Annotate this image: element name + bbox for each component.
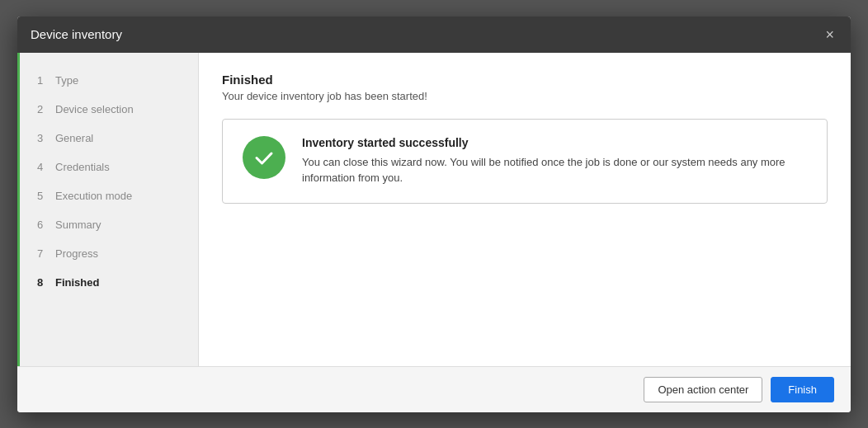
success-title: Inventory started successfully bbox=[302, 136, 807, 149]
step-number: 1 bbox=[37, 74, 49, 87]
sidebar-item-execution-mode[interactable]: 5Execution mode bbox=[17, 181, 198, 210]
step-number: 3 bbox=[37, 132, 49, 144]
step-number: 8 bbox=[37, 276, 49, 289]
dialog-footer: Open action center Finish bbox=[17, 366, 851, 412]
success-body: You can close this wizard now. You will … bbox=[302, 154, 807, 186]
step-label: General bbox=[55, 132, 93, 144]
checkmark-icon bbox=[252, 146, 276, 169]
sidebar-accent bbox=[17, 53, 20, 366]
step-label: Device selection bbox=[55, 103, 134, 115]
sidebar-item-general[interactable]: 3General bbox=[17, 124, 198, 153]
step-number: 5 bbox=[37, 190, 49, 202]
success-text: Inventory started successfully You can c… bbox=[302, 136, 807, 186]
main-subtitle: Your device inventory job has been start… bbox=[222, 90, 828, 102]
sidebar-item-type[interactable]: 1Type bbox=[17, 66, 198, 95]
step-number: 4 bbox=[37, 161, 49, 173]
dialog-title: Device inventory bbox=[31, 27, 122, 41]
success-icon bbox=[243, 136, 285, 179]
step-label: Credentials bbox=[55, 161, 110, 173]
step-label: Summary bbox=[55, 219, 101, 231]
step-number: 7 bbox=[37, 247, 49, 260]
main-content: Finished Your device inventory job has b… bbox=[199, 53, 851, 366]
open-action-center-button[interactable]: Open action center bbox=[644, 377, 762, 402]
step-label: Execution mode bbox=[55, 190, 132, 202]
sidebar-item-credentials[interactable]: 4Credentials bbox=[17, 153, 198, 181]
step-label: Finished bbox=[55, 276, 99, 289]
sidebar-item-finished[interactable]: 8Finished bbox=[17, 268, 198, 297]
device-inventory-dialog: Device inventory × 1Type2Device selectio… bbox=[17, 16, 851, 412]
sidebar-item-progress[interactable]: 7Progress bbox=[17, 239, 198, 268]
main-title: Finished bbox=[222, 73, 828, 87]
step-number: 2 bbox=[37, 103, 49, 115]
finish-button[interactable]: Finish bbox=[771, 377, 834, 402]
sidebar-item-device-selection[interactable]: 2Device selection bbox=[17, 95, 198, 124]
step-label: Type bbox=[55, 74, 78, 87]
dialog-header: Device inventory × bbox=[17, 16, 851, 53]
step-label: Progress bbox=[55, 247, 98, 260]
step-number: 6 bbox=[37, 219, 49, 231]
dialog-body: 1Type2Device selection3General4Credentia… bbox=[17, 53, 851, 366]
success-card: Inventory started successfully You can c… bbox=[222, 119, 828, 204]
close-button[interactable]: × bbox=[822, 24, 837, 45]
sidebar: 1Type2Device selection3General4Credentia… bbox=[17, 53, 199, 366]
sidebar-item-summary[interactable]: 6Summary bbox=[17, 210, 198, 239]
